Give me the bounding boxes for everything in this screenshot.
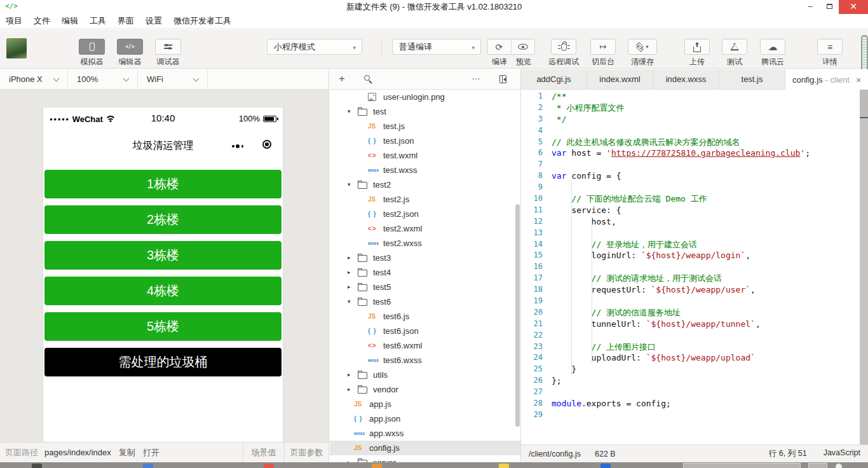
menu-item-edit[interactable]: 编辑: [56, 14, 84, 28]
menu-item-tools[interactable]: 工具: [84, 14, 112, 28]
test-button[interactable]: [722, 39, 747, 55]
tencent-cloud-button[interactable]: ☁: [760, 39, 785, 55]
language-mode[interactable]: JavaScript: [824, 448, 860, 459]
tree-item-vendor[interactable]: ▸vendor: [330, 382, 520, 397]
tree-item-test2.json[interactable]: { }test2.json: [330, 207, 520, 221]
taskbar-app-icon[interactable]: [32, 464, 42, 468]
phone-button[interactable]: 3栋楼: [44, 241, 281, 270]
debugger-toggle-button[interactable]: [155, 39, 181, 55]
menu-item-project[interactable]: 项目: [0, 14, 28, 28]
phone-button[interactable]: 5栋楼: [44, 312, 281, 341]
chevron-down-icon[interactable]: ▾: [348, 177, 358, 192]
tab-close-icon[interactable]: ×: [856, 75, 861, 85]
network-select[interactable]: WiFi: [138, 69, 208, 89]
tab-config.js[interactable]: config.js- client×: [785, 69, 868, 90]
zoom-select[interactable]: 100%: [68, 69, 138, 89]
close-button[interactable]: ✕: [839, 0, 868, 14]
search-icon[interactable]: [364, 75, 370, 81]
remote-debug-button[interactable]: [551, 39, 576, 55]
filetree-scrollbar[interactable]: [515, 204, 520, 427]
tree-item-test[interactable]: ▾test: [330, 104, 520, 119]
more-menu-icon[interactable]: [232, 144, 243, 148]
tree-item-app.js[interactable]: JSapp.js: [330, 397, 520, 411]
taskbar-app-icon[interactable]: [600, 464, 611, 468]
tree-item-test4[interactable]: ▸test4: [330, 265, 520, 280]
tree-item-utils[interactable]: ▸utils: [330, 368, 520, 382]
tree-item-test5[interactable]: ▸test5: [330, 280, 520, 294]
tree-item-test.wxss[interactable]: wxsstest.wxss: [330, 163, 520, 177]
chevron-right-icon[interactable]: ▸: [348, 265, 358, 280]
phone-button[interactable]: 4栋楼: [44, 277, 281, 305]
code-area[interactable]: 1/**2 * 小程序配置文件3 */45// 此处主机域名修改成腾讯云解决方案…: [521, 90, 860, 444]
menu-item-file[interactable]: 文件: [28, 14, 56, 28]
tab-index.wxss[interactable]: index.wxss: [653, 69, 719, 89]
preview-button[interactable]: [511, 39, 535, 54]
copy-link[interactable]: 复制: [119, 447, 135, 458]
tree-item-test.js[interactable]: JStest.js: [330, 119, 520, 134]
tree-item-test6.wxml[interactable]: <>test6.wxml: [330, 338, 520, 353]
tree-item-test2[interactable]: ▾test2: [330, 177, 520, 192]
chevron-right-icon[interactable]: ▸: [348, 382, 358, 397]
editor-scrollbar[interactable]: [860, 90, 868, 444]
clear-cache-button[interactable]: ▾: [628, 39, 657, 55]
tree-item-test2.js[interactable]: JStest2.js: [330, 192, 520, 207]
maximize-button[interactable]: [821, 0, 837, 14]
taskbar-window-button[interactable]: [808, 463, 827, 468]
phone-button[interactable]: 2栋楼: [44, 205, 281, 234]
taskbar-app-icon[interactable]: [836, 464, 842, 468]
tree-item-test3[interactable]: ▸test3: [330, 251, 520, 265]
menu-item-devtools[interactable]: 微信开发者工具: [168, 14, 237, 28]
tree-item-test6.json[interactable]: { }test6.json: [330, 324, 520, 338]
tree-item-user-unlogin.png[interactable]: user-unlogin.png: [330, 90, 520, 104]
taskbar-app-icon[interactable]: [143, 464, 153, 468]
chevron-down-icon[interactable]: ▾: [348, 104, 358, 119]
minimize-button[interactable]: –: [802, 0, 818, 14]
device-select[interactable]: iPhone X: [0, 69, 68, 89]
taskbar-app-icon[interactable]: [499, 464, 509, 468]
tree-item-app.wxss[interactable]: wxssapp.wxss: [330, 426, 520, 441]
chevron-right-icon[interactable]: ▸: [348, 368, 358, 382]
user-avatar[interactable]: [6, 38, 27, 59]
mode-select[interactable]: 小程序模式 ▾: [267, 39, 362, 55]
tree-item-test6.wxss[interactable]: wxsstest6.wxss: [330, 353, 520, 368]
taskbar-app-icon[interactable]: [372, 464, 382, 468]
compile-button[interactable]: ⟳: [487, 39, 511, 54]
tree-item-test.json[interactable]: { }test.json: [330, 134, 520, 148]
tree-item-server[interactable]: ▸server: [330, 455, 520, 462]
menu-item-interface[interactable]: 界面: [112, 14, 140, 28]
chevron-right-icon[interactable]: ▸: [348, 455, 358, 462]
tree-item-test2.wxml[interactable]: <>test2.wxml: [330, 221, 520, 236]
tree-item-test6[interactable]: ▾test6: [330, 294, 520, 309]
tree-item-test.wxml[interactable]: <>test.wxml: [330, 148, 520, 163]
page-params-tab[interactable]: 页面参数: [284, 443, 329, 462]
add-file-icon[interactable]: +: [339, 72, 345, 85]
tab-test.js[interactable]: test.js: [719, 69, 785, 89]
tree-item-test6.js[interactable]: JStest6.js: [330, 309, 520, 324]
open-link[interactable]: 打开: [143, 447, 159, 458]
phone-button[interactable]: 1栋楼: [44, 170, 281, 198]
scene-value-tab[interactable]: 场景值: [243, 443, 284, 462]
details-button[interactable]: ≡: [817, 39, 843, 55]
home-capsule-icon[interactable]: [262, 140, 271, 149]
upload-button[interactable]: [684, 39, 710, 55]
tab-index.wxml[interactable]: index.wxml: [587, 69, 653, 89]
tab-addCgi.js[interactable]: addCgi.js: [521, 69, 587, 89]
tree-item-test2.wxss[interactable]: wxsstest2.wxss: [330, 236, 520, 251]
chevron-right-icon[interactable]: ▸: [348, 280, 358, 294]
editor-toggle-button[interactable]: </>: [117, 39, 143, 55]
chevron-right-icon[interactable]: ▸: [348, 251, 358, 265]
tree-item-app.json[interactable]: { }app.json: [330, 411, 520, 426]
compile-mode-select[interactable]: 普通编译 ▾: [392, 39, 481, 55]
more-options-icon[interactable]: …: [471, 71, 481, 81]
menu-item-settings[interactable]: 设置: [140, 14, 168, 28]
editor-scrollbar-thumb[interactable]: [860, 90, 868, 118]
chevron-down-icon[interactable]: ▾: [348, 294, 358, 309]
phone-button[interactable]: 需处理的垃圾桶: [44, 348, 281, 376]
tree-item-config.js[interactable]: JSconfig.js: [330, 441, 520, 455]
simulator-toggle-button[interactable]: [79, 39, 105, 55]
toolbar-scroll-handle[interactable]: [861, 35, 868, 72]
collapse-panel-icon[interactable]: [499, 75, 506, 83]
taskbar-app-icon[interactable]: [264, 464, 274, 468]
switch-background-button[interactable]: ↦: [590, 39, 616, 55]
taskbar-window-button[interactable]: [683, 463, 801, 468]
